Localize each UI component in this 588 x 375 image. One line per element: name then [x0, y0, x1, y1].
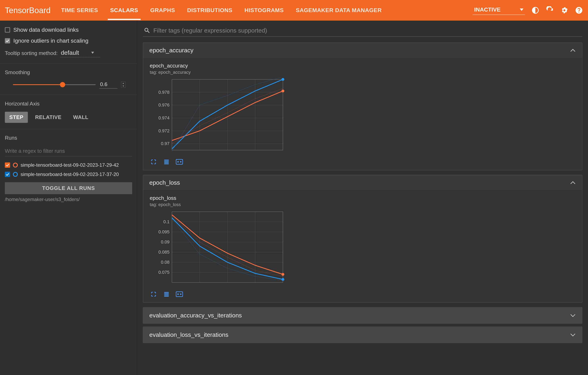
tooltip-sort-select[interactable]: default	[60, 49, 100, 57]
chart-subtitle: tag: epoch_loss	[150, 202, 287, 207]
run-row: simple-tensorboard-test-09-02-2023-17-29…	[5, 160, 132, 170]
chart-actions	[150, 291, 287, 298]
svg-point-45	[282, 273, 284, 276]
theme-toggle-icon[interactable]	[531, 6, 540, 15]
panel-epoch-loss: epoch_loss epoch_loss tag: epoch_loss 0.…	[143, 175, 582, 303]
log-scale-icon[interactable]	[163, 159, 170, 165]
svg-text:0.972: 0.972	[158, 128, 169, 133]
svg-text:0.976: 0.976	[158, 102, 169, 108]
spinner-up[interactable]: ▲	[121, 82, 125, 85]
chart-title: epoch_loss	[150, 195, 287, 201]
filter-row	[143, 25, 582, 37]
chart-epoch-accuracy[interactable]: 0.970.9720.9740.9760.978	[150, 77, 287, 154]
svg-text:0.075: 0.075	[158, 270, 169, 275]
chart-wrap: epoch_loss tag: epoch_loss 0.0750.080.08…	[150, 195, 287, 298]
header-right: INACTIVE	[472, 6, 583, 15]
runs-path: /home/sagemaker-user/s3_folders/	[5, 197, 132, 202]
run-checkbox[interactable]	[5, 163, 10, 168]
slider-fill	[13, 84, 63, 85]
chevron-down-icon	[91, 52, 94, 54]
chevron-down-icon	[570, 313, 576, 317]
chart-title: epoch_accuracy	[150, 63, 287, 69]
tab-sagemaker-data-manager[interactable]: SAGEMAKER DATA MANAGER	[294, 0, 384, 20]
axis-button-group: STEP RELATIVE WALL	[5, 112, 132, 123]
chevron-up-icon	[570, 181, 576, 185]
settings-icon[interactable]	[560, 6, 569, 15]
svg-point-52	[178, 294, 178, 295]
svg-text:0.095: 0.095	[158, 229, 169, 234]
slider-thumb[interactable]	[60, 82, 65, 87]
ignore-outliers-label: Ignore outliers in chart scaling	[13, 38, 88, 44]
expand-icon[interactable]	[150, 159, 158, 165]
panel-header[interactable]: epoch_loss	[143, 175, 582, 190]
axis-wall-button[interactable]: WALL	[69, 112, 93, 123]
chart-actions	[150, 159, 287, 165]
svg-marker-1	[91, 52, 94, 54]
svg-text:0.09: 0.09	[161, 239, 169, 244]
panel-header[interactable]: epoch_accuracy	[143, 43, 582, 58]
fit-domain-icon[interactable]	[176, 291, 183, 298]
status-label: INACTIVE	[474, 6, 501, 13]
search-icon	[144, 27, 150, 34]
panel-body: epoch_loss tag: epoch_loss 0.0750.080.08…	[143, 190, 582, 302]
smoothing-slider-row: 0.6 ▲ ▼	[5, 80, 132, 89]
horizontal-axis-label: Horizontal Axis	[5, 101, 132, 107]
smoothing-value[interactable]: 0.6	[99, 80, 117, 89]
toggle-all-runs-button[interactable]: TOGGLE ALL RUNS	[5, 182, 132, 194]
run-color-swatch	[13, 172, 18, 177]
main-layout: Show data download links Ignore outliers…	[0, 21, 588, 375]
chart-epoch-loss[interactable]: 0.0750.080.0850.090.0950.1	[150, 210, 287, 287]
show-download-checkbox[interactable]	[5, 27, 10, 33]
sidebar: Show data download links Ignore outliers…	[0, 21, 137, 375]
tab-histograms[interactable]: HISTOGRAMS	[242, 0, 286, 20]
tab-distributions[interactable]: DISTRIBUTIONS	[185, 0, 235, 20]
smoothing-label: Smoothing	[5, 69, 132, 76]
divider	[0, 129, 137, 129]
smoothing-slider[interactable]	[13, 84, 96, 85]
runs-label: Runs	[5, 135, 132, 141]
refresh-icon[interactable]	[546, 6, 554, 15]
collapsed-title: evaluation_loss_vs_iterations	[149, 331, 228, 338]
smoothing-spinner: ▲ ▼	[121, 82, 126, 88]
svg-rect-51	[176, 292, 183, 297]
svg-text:0.97: 0.97	[161, 141, 169, 146]
collapsed-title: evaluation_accuracy_vs_iterations	[149, 312, 242, 319]
svg-point-26	[180, 161, 181, 162]
svg-text:0.974: 0.974	[158, 115, 169, 121]
chart-subtitle: tag: epoch_accuracy	[150, 70, 287, 75]
run-name[interactable]: simple-tensorboard-test-09-02-2023-17-29…	[21, 162, 132, 168]
svg-point-53	[180, 294, 181, 295]
tab-graphs[interactable]: GRAPHS	[148, 0, 178, 20]
chevron-down-icon	[570, 333, 576, 337]
panel-evaluation-accuracy-collapsed[interactable]: evaluation_accuracy_vs_iterations	[143, 307, 582, 324]
tab-time-series[interactable]: TIME SERIES	[59, 0, 101, 20]
svg-marker-0	[520, 9, 524, 11]
run-color-swatch	[13, 163, 18, 167]
svg-text:0.085: 0.085	[158, 250, 169, 254]
axis-relative-button[interactable]: RELATIVE	[31, 112, 66, 123]
panel-body: epoch_accuracy tag: epoch_accuracy 0.970…	[143, 58, 582, 170]
help-icon[interactable]	[575, 6, 583, 15]
fit-domain-icon[interactable]	[176, 159, 183, 165]
axis-step-button[interactable]: STEP	[5, 112, 28, 123]
log-scale-icon[interactable]	[163, 291, 170, 298]
ignore-outliers-row: Ignore outliers in chart scaling	[5, 38, 132, 44]
tooltip-sort-row: Tooltip sorting method: default	[5, 49, 132, 57]
content: epoch_accuracy epoch_accuracy tag: epoch…	[137, 21, 588, 375]
panel-title: epoch_accuracy	[149, 47, 193, 54]
svg-text:0.08: 0.08	[161, 260, 169, 265]
panel-epoch-accuracy: epoch_accuracy epoch_accuracy tag: epoch…	[143, 43, 582, 170]
panel-title: epoch_loss	[149, 179, 180, 186]
runs-filter-input[interactable]	[5, 146, 132, 156]
show-download-row: Show data download links	[5, 27, 132, 33]
panel-evaluation-loss-collapsed[interactable]: evaluation_loss_vs_iterations	[143, 327, 582, 343]
spinner-down[interactable]: ▼	[121, 85, 125, 88]
tag-filter-input[interactable]	[153, 27, 582, 34]
tab-scalars[interactable]: SCALARS	[108, 0, 141, 20]
expand-icon[interactable]	[150, 291, 158, 298]
ignore-outliers-checkbox[interactable]	[5, 38, 10, 44]
app-header: TensorBoard TIME SERIES SCALARS GRAPHS D…	[0, 0, 588, 21]
status-select[interactable]: INACTIVE	[472, 6, 525, 15]
run-checkbox[interactable]	[5, 172, 10, 177]
run-name[interactable]: simple-tensorboard-test-09-02-2023-17-37…	[21, 171, 132, 177]
